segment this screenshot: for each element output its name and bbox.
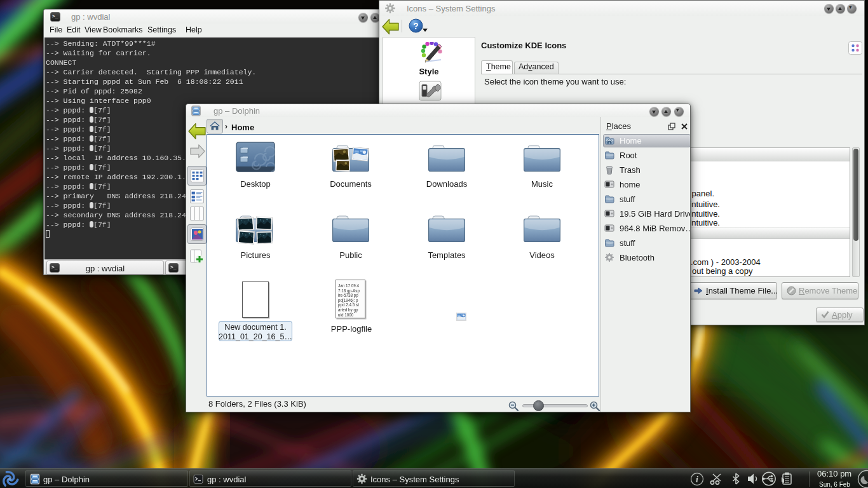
svg-text:?: ?: [413, 21, 419, 31]
svg-text:i: i: [696, 475, 698, 484]
